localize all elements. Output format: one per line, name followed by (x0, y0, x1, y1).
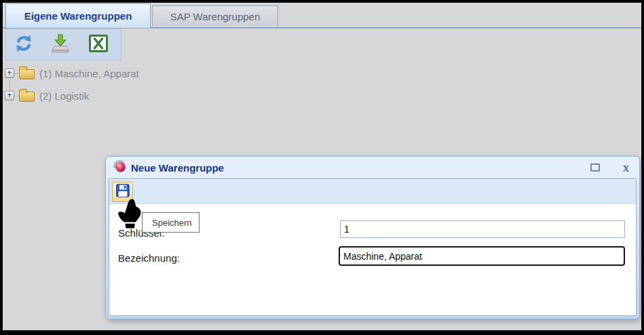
expand-plus-icon[interactable]: + (5, 68, 14, 78)
import-button[interactable] (50, 34, 71, 56)
excel-export-button[interactable] (88, 34, 109, 56)
tab-sap-warengruppen[interactable]: SAP Warengruppen (152, 5, 278, 26)
refresh-button[interactable] (13, 34, 35, 56)
red-sphere-logo-icon (113, 160, 126, 176)
bezeichnung-input[interactable] (339, 246, 625, 266)
maximize-button[interactable] (590, 163, 600, 172)
folder-icon (19, 92, 35, 102)
hand-pointer-cursor (116, 198, 142, 232)
main-toolbar (5, 28, 121, 60)
new-warengruppe-dialog: Neue Warengruppe x Speichern (105, 156, 640, 319)
schluessel-input[interactable] (340, 220, 625, 238)
close-button[interactable]: x (623, 163, 629, 172)
tab-label: Eigene Warengruppen (24, 10, 132, 22)
tree-row-maschine-apparat[interactable]: + (1) Maschine, Apparat (5, 65, 139, 81)
app-window: Eigene Warengruppen SAP Warengruppen (0, 0, 644, 335)
tree-dash (14, 96, 19, 96)
dialog-body: Speichern Schlüssel: Bezeichnung: (109, 178, 637, 316)
dialog-title: Neue Warengruppe (131, 162, 586, 174)
save-tooltip: Speichern (142, 212, 200, 233)
expand-plus-icon[interactable]: + (5, 91, 14, 100)
tree-item-label: (2) Logistik (39, 90, 89, 102)
tree-row-logistik[interactable]: + (2) Logistik (5, 87, 89, 104)
bezeichnung-label: Bezeichnung: (118, 252, 180, 264)
tree-dash (14, 73, 19, 74)
tree-item-label: (1) Maschine, Apparat (39, 68, 139, 79)
folder-icon (19, 69, 35, 79)
refresh-icon (14, 33, 34, 56)
dialog-toolbar (109, 179, 636, 204)
excel-export-icon (89, 35, 108, 55)
tab-label: SAP Warengruppen (170, 11, 261, 22)
import-icon (50, 33, 71, 56)
dialog-titlebar[interactable]: Neue Warengruppe x (109, 157, 637, 178)
tab-eigene-warengruppen[interactable]: Eigene Warengruppen (5, 3, 151, 28)
